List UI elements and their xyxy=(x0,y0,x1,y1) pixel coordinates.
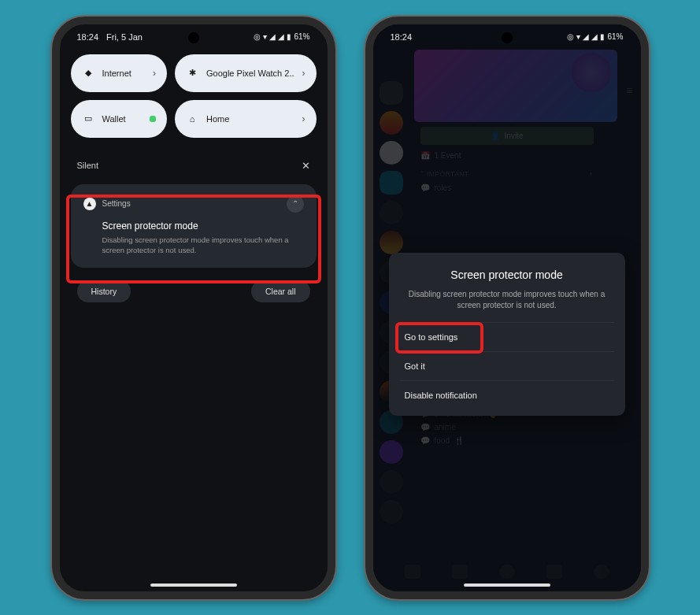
notification-card[interactable]: ▲ Settings ⌃ Screen protector mode Disab… xyxy=(71,184,317,269)
server-icon[interactable] xyxy=(380,111,403,135)
status-time: 18:24 xyxy=(391,32,413,42)
channel-name: roles xyxy=(435,183,452,192)
home-icon: ⌂ xyxy=(186,114,198,124)
camera-cutout xyxy=(502,32,513,43)
nav-notifications-icon[interactable] xyxy=(546,565,562,579)
server-icon[interactable] xyxy=(380,500,403,524)
signal-icon: ◢ xyxy=(269,32,276,41)
hash-icon: 💬 xyxy=(420,183,430,192)
tile-home[interactable]: ⌂ Home › xyxy=(175,100,316,138)
wifi-icon: ▾ xyxy=(263,32,267,41)
dnd-icon: ◎ xyxy=(567,32,574,41)
nav-servers-icon[interactable] xyxy=(405,565,420,579)
channel-item[interactable]: 💬food🍴 xyxy=(420,434,594,447)
chevron-up-icon[interactable]: ⌃ xyxy=(287,195,304,213)
dnd-icon: ◎ xyxy=(254,32,261,41)
signal-icon: ◢ xyxy=(278,32,284,41)
emoji-icon: 🍴 xyxy=(454,436,464,445)
signal-icon: ◢ xyxy=(591,32,598,41)
notification-title: Screen protector mode xyxy=(102,220,304,232)
channel-name: food xyxy=(435,436,450,445)
silent-header: Silent ✕ xyxy=(60,146,328,180)
server-icon[interactable] xyxy=(380,440,403,464)
dialog-screen-protector: Screen protector mode Disabling screen p… xyxy=(389,253,625,416)
battery-icon: ▮ xyxy=(287,32,291,41)
clear-all-button[interactable]: Clear all xyxy=(251,280,310,302)
close-icon[interactable]: ✕ xyxy=(302,160,310,172)
dialog-option-disable[interactable]: Disable notification xyxy=(400,380,614,409)
tile-label: Google Pixel Watch 2.. xyxy=(206,69,294,78)
dm-icon[interactable] xyxy=(380,81,403,105)
invite-label: Invite xyxy=(505,132,524,140)
dialog-description: Disabling screen protector mode improves… xyxy=(400,289,614,311)
tile-bluetooth[interactable]: ✱ Google Pixel Watch 2.. › xyxy=(175,54,316,92)
server-icon[interactable] xyxy=(380,171,403,195)
server-icon[interactable] xyxy=(380,201,403,224)
section-label: IMPORTANT xyxy=(427,170,469,178)
channel-name: anime xyxy=(435,423,456,432)
calendar-icon: 📅 xyxy=(420,151,430,160)
plus-icon[interactable]: + xyxy=(589,170,593,178)
warning-icon: ▲ xyxy=(83,198,96,210)
wifi-icon: ▾ xyxy=(576,32,580,41)
phone-right: 18:24 ◎ ▾ ◢ ◢ ▮ 61% ✿ Friends Club ⋯ ≡ xyxy=(365,17,649,599)
server-icon[interactable] xyxy=(380,141,403,165)
battery-percent: 61% xyxy=(607,32,623,41)
wifi-icon: ◆ xyxy=(82,68,94,78)
section-important[interactable]: ˅ IMPORTANT+ xyxy=(420,170,594,178)
silent-label: Silent xyxy=(77,161,99,170)
chevron-right-icon: › xyxy=(302,113,306,124)
person-add-icon: 👤 xyxy=(491,132,500,140)
signal-icon: ◢ xyxy=(583,32,589,41)
event-label: 1 Event xyxy=(435,151,461,160)
notification-app: Settings xyxy=(102,199,131,208)
battery-icon: ▮ xyxy=(600,32,605,41)
history-button[interactable]: History xyxy=(77,280,131,302)
bottom-nav xyxy=(389,565,625,579)
chevron-right-icon: › xyxy=(302,68,306,79)
dialog-option-gotit[interactable]: Got it xyxy=(400,351,614,380)
channel-item[interactable]: 💬anime xyxy=(420,420,594,434)
hash-icon: 💬 xyxy=(420,436,430,445)
notification-actions: History Clear all xyxy=(60,272,328,310)
server-icon[interactable] xyxy=(380,470,403,494)
card-icon xyxy=(150,116,156,122)
tile-wallet[interactable]: ▭ Wallet xyxy=(71,100,168,138)
bluetooth-icon: ✱ xyxy=(186,68,198,78)
home-indicator[interactable] xyxy=(150,584,237,587)
hash-icon: 💬 xyxy=(420,423,430,432)
chevron-right-icon: › xyxy=(153,68,156,79)
nav-search-icon[interactable] xyxy=(499,565,515,579)
dialog-title: Screen protector mode xyxy=(400,269,614,281)
channel-item[interactable]: 💬roles xyxy=(420,181,594,195)
invite-button[interactable]: 👤Invite xyxy=(420,127,594,145)
camera-cutout xyxy=(188,32,199,43)
tile-label: Internet xyxy=(102,69,131,78)
server-banner xyxy=(414,50,617,122)
battery-percent: 61% xyxy=(294,32,309,41)
nav-profile-icon[interactable] xyxy=(594,565,609,579)
notification-body: Disabling screen protector mode improves… xyxy=(102,235,304,256)
tile-label: Home xyxy=(206,114,229,124)
events-row[interactable]: 📅1 Event xyxy=(420,148,594,164)
wallet-icon: ▭ xyxy=(82,113,94,124)
home-indicator[interactable] xyxy=(464,584,550,587)
tile-internet[interactable]: ◆ Internet › xyxy=(71,54,168,92)
menu-icon[interactable]: ≡ xyxy=(626,84,632,97)
nav-friends-icon[interactable] xyxy=(452,565,468,579)
status-date: Fri, 5 Jan xyxy=(106,32,143,42)
tile-label: Wallet xyxy=(102,114,126,124)
server-icon[interactable] xyxy=(380,231,403,254)
quick-settings: ◆ Internet › ✱ Google Pixel Watch 2.. › … xyxy=(60,46,328,146)
phone-left: 18:24 Fri, 5 Jan ◎ ▾ ◢ ◢ ▮ 61% ◆ Interne… xyxy=(52,17,335,599)
status-time: 18:24 xyxy=(77,32,99,42)
dialog-option-settings[interactable]: Go to settings xyxy=(400,322,614,351)
